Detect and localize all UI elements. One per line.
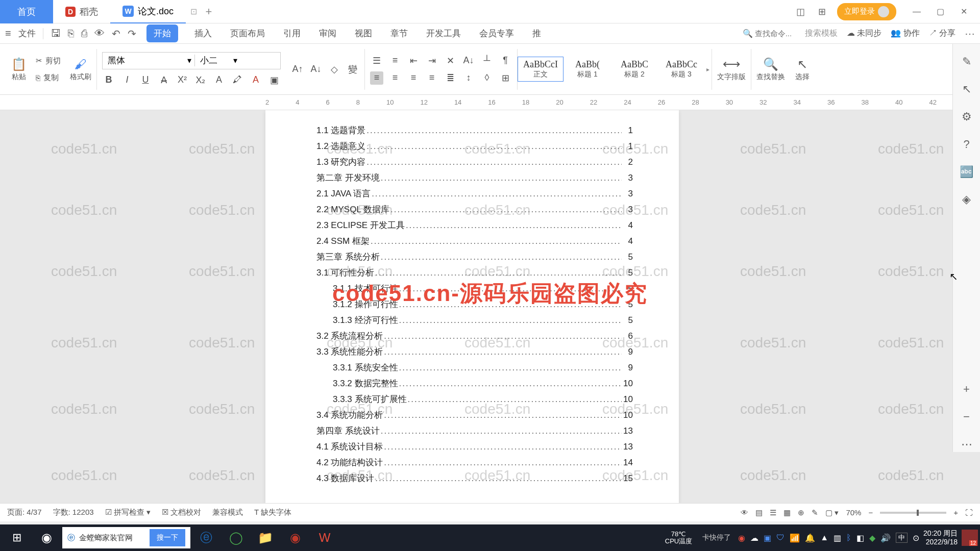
toc-entry[interactable]: 3.2 系统流程分析..............................…: [316, 330, 633, 342]
fullscreen-icon[interactable]: ⛶: [965, 508, 973, 517]
view-web-icon[interactable]: ▦: [783, 508, 791, 517]
line-spacing-button[interactable]: ↕: [462, 71, 475, 85]
decrease-indent-button[interactable]: ⇤: [407, 54, 420, 67]
zoom-level[interactable]: 70%: [846, 508, 861, 517]
toc-entry[interactable]: 1.2 选题意义................................…: [316, 140, 633, 152]
bullet-list-button[interactable]: ☰: [370, 54, 383, 67]
help-icon[interactable]: ?: [959, 137, 974, 152]
tray-icon[interactable]: ◉: [738, 533, 745, 543]
weather-widget[interactable]: 78℃ CPU温度: [665, 531, 692, 545]
increase-indent-button[interactable]: ⇥: [425, 54, 438, 67]
tray-icon[interactable]: ⊙: [913, 533, 919, 543]
shading-button[interactable]: ◊: [480, 71, 494, 85]
cortana-icon[interactable]: ◉: [32, 524, 61, 551]
share-button[interactable]: ↗ 分享: [929, 28, 955, 39]
notification-badge[interactable]: 12: [962, 530, 978, 546]
sync-status[interactable]: ☁ 未同步: [847, 28, 881, 39]
toc-entry[interactable]: 3.1.1 技术可行性.............................…: [316, 283, 633, 294]
style-gallery[interactable]: AaBbCcI正文AaBb(标题 1AaBbC标题 2AaBbCc标题 3: [518, 57, 704, 82]
highlight-button[interactable]: 🖍: [231, 73, 244, 87]
toc-entry[interactable]: 4.1 系统设计目标..............................…: [316, 441, 633, 453]
superscript-button[interactable]: X²: [176, 73, 189, 87]
cut-button[interactable]: ✂ 剪切: [36, 54, 61, 68]
phonetic-button[interactable]: 變: [346, 63, 359, 76]
maximize-button[interactable]: ▢: [929, 4, 951, 20]
grow-font-button[interactable]: A↑: [291, 63, 304, 76]
translate-icon[interactable]: 🔤: [959, 164, 974, 180]
style-more-icon[interactable]: ▸: [704, 66, 712, 73]
zoom-in-button[interactable]: +: [953, 508, 958, 517]
tray-icon[interactable]: 🛡: [776, 533, 785, 542]
chrome-app-icon[interactable]: ◯: [221, 524, 251, 551]
fit-icon[interactable]: ▢ ▾: [825, 508, 839, 517]
toc-entry[interactable]: 3.1 可行性分析...............................…: [316, 267, 633, 279]
explorer-app-icon[interactable]: 📁: [251, 524, 280, 551]
style-标题 3[interactable]: AaBbCc标题 3: [658, 57, 704, 81]
align-right-button[interactable]: ≡: [407, 71, 420, 85]
ie-app-icon[interactable]: ⓔ: [191, 524, 221, 551]
tab-docshell[interactable]: D 稻壳: [53, 0, 110, 23]
tray-bluetooth-icon[interactable]: ᛒ: [846, 533, 851, 542]
tray-wifi-icon[interactable]: 📶: [790, 533, 800, 543]
file-menu[interactable]: 文件: [18, 28, 36, 39]
strikethrough-button[interactable]: A̶: [157, 73, 170, 87]
char-border-button[interactable]: ▣: [267, 73, 281, 87]
toc-entry[interactable]: 2.1 JAVA 语言.............................…: [316, 188, 633, 199]
preview-icon[interactable]: 👁: [94, 28, 105, 39]
menu-页面布局[interactable]: 页面布局: [228, 24, 267, 42]
font-size-input[interactable]: 小二: [194, 55, 230, 66]
search-button[interactable]: 搜一下: [150, 529, 185, 546]
tray-icon[interactable]: ☁: [750, 533, 758, 543]
tab-menu-icon[interactable]: ⊡: [186, 7, 201, 16]
toc-entry[interactable]: 3.3.1 系统安全性.............................…: [316, 362, 633, 373]
start-button[interactable]: ⊞: [2, 524, 32, 551]
edit-icon[interactable]: ✎: [812, 508, 818, 517]
pen-icon[interactable]: ✎: [959, 54, 974, 69]
tray-bell-icon[interactable]: 🔔: [805, 533, 815, 543]
toc-entry[interactable]: 3.3.3 系统可扩展性............................…: [316, 393, 633, 405]
toc-entry[interactable]: 第四章 系统设计................................…: [316, 425, 633, 437]
export-icon[interactable]: ⎘: [68, 28, 74, 39]
tray-volume-icon[interactable]: 🔊: [880, 533, 891, 543]
spell-check-toggle[interactable]: ☑ 拼写检查 ▾: [105, 508, 151, 517]
apps-grid-icon[interactable]: ⊞: [816, 6, 828, 18]
search-template[interactable]: 搜索模板: [805, 28, 838, 39]
select-button[interactable]: ↖选择: [795, 57, 810, 82]
tray-icon[interactable]: ▣: [764, 533, 771, 543]
save-icon[interactable]: 🖫: [51, 28, 61, 39]
clear-format-button[interactable]: ◇: [328, 63, 341, 76]
toc-entry[interactable]: 4.3 数据库设计...............................…: [316, 472, 633, 484]
undo-icon[interactable]: ↶: [112, 28, 120, 40]
find-replace-button[interactable]: 🔍查找替换: [756, 57, 785, 82]
style-正文[interactable]: AaBbCcI正文: [518, 57, 564, 82]
italic-button[interactable]: I: [120, 73, 134, 87]
new-tab-button[interactable]: +: [201, 5, 216, 18]
tab-home[interactable]: 首页: [0, 0, 53, 23]
tray-ime-icon[interactable]: 中: [896, 533, 908, 543]
font-color-button[interactable]: A: [249, 73, 262, 87]
command-search[interactable]: 🔍: [743, 29, 796, 38]
text-effects-button[interactable]: A: [212, 73, 226, 87]
underline-button[interactable]: U: [139, 73, 152, 87]
toc-entry[interactable]: 2.4 SSM 框架..............................…: [316, 235, 633, 247]
compat-mode[interactable]: 兼容模式: [212, 508, 243, 517]
text-flow-button[interactable]: ✕: [444, 54, 457, 67]
font-name-input[interactable]: 黑体: [103, 55, 184, 66]
menu-开发工具[interactable]: 开发工具: [424, 24, 463, 42]
number-list-button[interactable]: ≡: [388, 54, 402, 67]
tools-icon[interactable]: ◈: [959, 192, 974, 207]
settings-slider-icon[interactable]: ⚙: [959, 109, 974, 124]
document-area[interactable]: 1.1 选题背景................................…: [0, 110, 980, 503]
justify-button[interactable]: ≡: [425, 71, 438, 85]
tab-button[interactable]: ┴: [480, 54, 494, 67]
style-标题 1[interactable]: AaBb(标题 1: [565, 57, 610, 81]
toc-entry[interactable]: 2.3 ECLIPSE 开发工具........................…: [316, 219, 633, 231]
toc-entry[interactable]: 1.1 选题背景................................…: [316, 124, 633, 136]
zoom-in-icon[interactable]: +: [959, 382, 974, 397]
shrink-font-button[interactable]: A↓: [309, 63, 323, 76]
toc-entry[interactable]: 3.4 系统功能分析..............................…: [316, 409, 633, 421]
menu-开始[interactable]: 开始: [146, 24, 178, 42]
minimize-button[interactable]: —: [905, 4, 928, 20]
align-left-button[interactable]: ≡: [370, 71, 383, 85]
tray-icon[interactable]: ◧: [856, 533, 864, 543]
